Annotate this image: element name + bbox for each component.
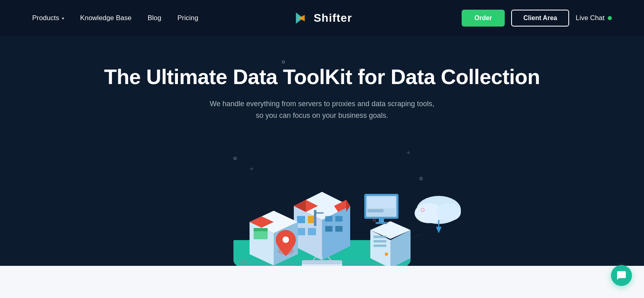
hero-subtitle: We handle everything from servers to pro… [185,98,459,121]
hero-illustration: + + [161,142,483,278]
svg-rect-17 [325,226,332,232]
client-area-button[interactable]: Client Area [511,10,569,27]
svg-rect-45 [314,210,316,226]
live-chat-status-dot [608,16,612,20]
nav-pricing[interactable]: Pricing [178,14,198,22]
svg-text:+: + [430,208,433,215]
hero-title: The Ultimate Data ToolKit for Data Colle… [0,64,644,89]
chat-bubble-icon [616,270,627,281]
nav-left: Products ▾ Knowledge Base Blog Pricing [32,14,198,22]
svg-rect-32 [374,245,386,247]
svg-rect-23 [254,228,268,231]
logo-text: Shifter [314,12,352,25]
nav-knowledge-base[interactable]: Knowledge Base [80,14,132,22]
dot-decoration [282,60,285,64]
svg-marker-38 [436,227,442,233]
logo-icon [292,9,310,27]
svg-point-36 [437,203,461,221]
chevron-down-icon: ▾ [62,16,64,21]
svg-rect-42 [367,209,384,212]
svg-rect-48 [302,260,342,264]
nav-right: Order Client Area Live Chat [462,10,612,27]
live-chat-button[interactable]: Live Chat [576,14,612,22]
svg-rect-31 [374,240,386,243]
svg-rect-41 [367,197,395,208]
svg-point-33 [385,253,388,256]
svg-rect-18 [335,226,343,232]
navbar: Products ▾ Knowledge Base Blog Pricing S… [0,0,644,36]
svg-rect-46 [316,212,324,214]
svg-text:+: + [381,218,384,225]
svg-rect-14 [308,228,316,235]
nav-blog[interactable]: Blog [148,14,161,22]
svg-rect-13 [297,228,305,235]
logo[interactable]: Shifter [292,9,352,27]
city-illustration: + + [141,142,503,278]
svg-point-54 [373,219,376,221]
svg-point-26 [283,236,289,243]
svg-rect-30 [374,236,386,238]
svg-rect-16 [335,216,343,222]
bottom-section [0,266,644,298]
floating-chat-button[interactable] [611,265,632,286]
dot-decoration [359,68,362,72]
svg-rect-11 [297,216,305,223]
order-button[interactable]: Order [462,10,505,27]
svg-rect-15 [325,216,332,222]
hero-section: The Ultimate Data ToolKit for Data Colle… [0,36,644,298]
nav-products[interactable]: Products ▾ [32,14,64,22]
